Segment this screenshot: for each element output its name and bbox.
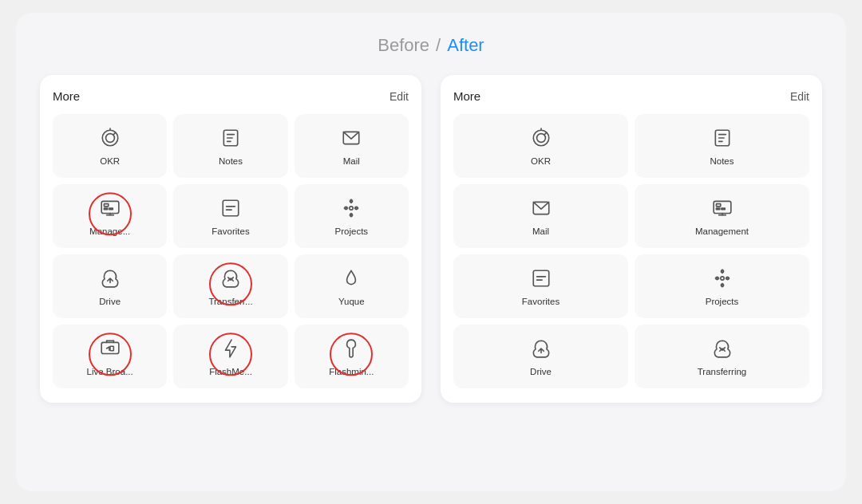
- after-item-okr[interactable]: OKR: [453, 114, 628, 178]
- drive-icon: [100, 268, 121, 292]
- after-mail-icon: [531, 198, 552, 222]
- after-drive-label: Drive: [530, 367, 552, 376]
- svg-rect-33: [714, 201, 731, 213]
- before-panel-title: More: [53, 89, 80, 103]
- yuque-icon: [341, 268, 362, 292]
- after-projects-icon: [712, 268, 733, 292]
- okr-icon: [100, 128, 121, 152]
- before-item-yuque[interactable]: Yuque: [295, 254, 409, 318]
- slash: /: [436, 35, 441, 56]
- svg-rect-36: [716, 204, 720, 207]
- before-mail-label: Mail: [343, 156, 360, 166]
- before-flashmin-label: Flashmin...: [329, 367, 374, 376]
- before-item-mail[interactable]: Mail: [295, 114, 409, 178]
- before-transferring-label: Transferr...: [208, 297, 252, 306]
- svg-rect-12: [109, 208, 113, 210]
- comparison-header: Before / After: [378, 35, 484, 56]
- after-panel: More Edit OKR Notes: [441, 75, 822, 403]
- before-item-notes[interactable]: Notes: [173, 114, 287, 178]
- after-mail-label: Mail: [532, 226, 549, 236]
- after-item-drive[interactable]: Drive: [453, 325, 628, 388]
- before-okr-label: OKR: [100, 156, 120, 166]
- after-management-label: Management: [695, 226, 749, 236]
- before-item-management[interactable]: Manage...: [53, 184, 167, 248]
- after-item-transferring[interactable]: Transferring: [635, 325, 809, 388]
- after-okr-icon: [531, 128, 552, 152]
- flashmin-icon: [341, 338, 362, 362]
- mail-icon: [341, 128, 362, 152]
- management-icon: [100, 198, 121, 222]
- after-item-management[interactable]: Management: [635, 184, 809, 248]
- after-item-favorites[interactable]: Favorites: [453, 254, 628, 318]
- svg-point-43: [720, 277, 723, 280]
- before-item-favorites[interactable]: Favorites: [173, 184, 287, 248]
- svg-rect-37: [716, 208, 719, 210]
- svg-rect-11: [104, 208, 107, 210]
- panels-container: More Edit OKR Notes: [40, 75, 822, 403]
- after-edit-button[interactable]: Edit: [790, 90, 809, 103]
- before-yuque-label: Yuque: [338, 297, 365, 306]
- svg-rect-10: [104, 204, 108, 207]
- before-drive-label: Drive: [99, 297, 121, 306]
- after-notes-label: Notes: [710, 156, 733, 166]
- flashme-icon: [220, 338, 241, 362]
- before-item-livebroadcast[interactable]: Live Broa...: [53, 325, 167, 388]
- before-favorites-label: Favorites: [212, 226, 249, 236]
- before-item-flashme[interactable]: FlashMe...: [173, 325, 287, 388]
- before-item-projects[interactable]: Projects: [295, 184, 409, 248]
- before-projects-label: Projects: [335, 226, 369, 236]
- livebroadcast-icon: [100, 338, 121, 362]
- after-favorites-label: Favorites: [522, 297, 560, 306]
- before-notes-label: Notes: [219, 156, 243, 166]
- before-item-drive[interactable]: Drive: [53, 254, 167, 318]
- after-notes-icon: [712, 128, 733, 152]
- before-label: Before: [378, 35, 429, 56]
- before-livebroadcast-label: Live Broa...: [87, 367, 133, 376]
- after-panel-header: More Edit: [453, 89, 809, 103]
- after-panel-title: More: [453, 89, 480, 103]
- before-item-transferring[interactable]: Transferr...: [173, 254, 287, 318]
- after-grid: OKR Notes Mail: [453, 114, 809, 388]
- after-transferring-label: Transferring: [698, 367, 747, 376]
- before-management-label: Manage...: [89, 226, 130, 236]
- after-management-icon: [712, 198, 733, 222]
- transferring-icon: [220, 268, 241, 292]
- before-grid: OKR Notes Mail: [53, 114, 409, 388]
- notes-icon: [220, 128, 241, 152]
- after-transferring-icon: [712, 338, 733, 362]
- after-item-mail[interactable]: Mail: [453, 184, 628, 248]
- after-drive-icon: [531, 338, 552, 362]
- after-item-notes[interactable]: Notes: [635, 114, 809, 178]
- favorites-icon: [220, 198, 241, 222]
- after-label: After: [447, 35, 484, 56]
- before-flashme-label: FlashMe...: [209, 367, 252, 376]
- after-projects-label: Projects: [706, 297, 739, 306]
- svg-rect-25: [110, 346, 113, 350]
- svg-point-17: [350, 207, 353, 210]
- before-item-flashmin[interactable]: Flashmin...: [295, 325, 409, 388]
- projects-icon: [341, 198, 362, 222]
- svg-rect-7: [101, 201, 119, 213]
- before-edit-button[interactable]: Edit: [389, 90, 409, 103]
- after-okr-label: OKR: [531, 156, 551, 166]
- svg-rect-38: [721, 208, 724, 210]
- after-item-projects[interactable]: Projects: [635, 254, 809, 318]
- after-favorites-icon: [531, 268, 552, 292]
- before-panel: More Edit OKR Notes: [40, 75, 421, 403]
- before-panel-header: More Edit: [53, 89, 409, 103]
- before-item-okr[interactable]: OKR: [53, 114, 167, 178]
- main-container: Before / After More Edit OKR: [16, 13, 846, 491]
